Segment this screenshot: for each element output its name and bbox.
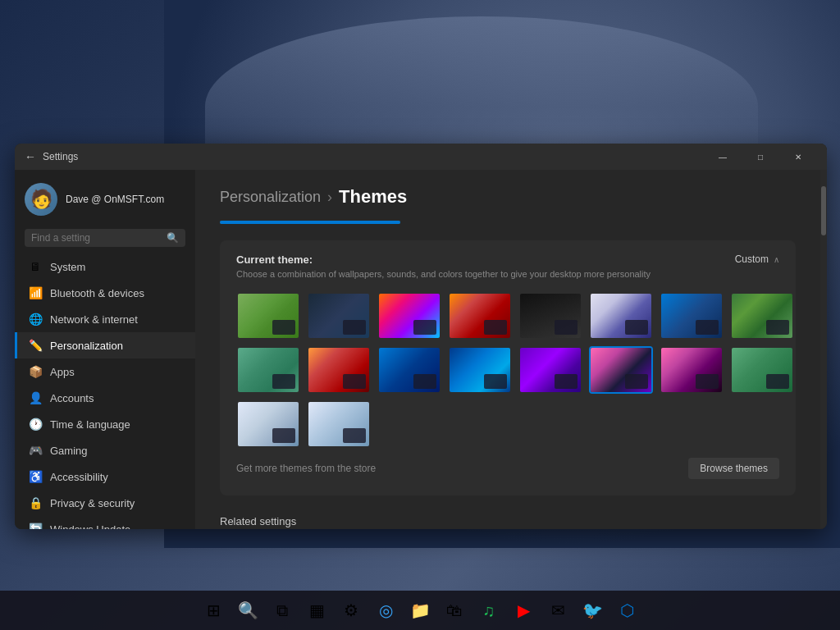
browse-themes-button[interactable]: Browse themes: [688, 458, 779, 479]
system-icon: 🖥: [29, 260, 42, 273]
theme-item-13[interactable]: [518, 346, 582, 394]
window-content: 🧑 Dave @ OnMSFT.com 🔍 🖥 System 📶 Bluetoo…: [15, 170, 827, 529]
window-controls: — □ ✕: [704, 144, 817, 170]
theme-item-5[interactable]: [518, 292, 582, 340]
nav-label-privacy: Privacy & security: [50, 497, 135, 509]
taskbar-spotify[interactable]: ♫: [473, 595, 504, 626]
progress-bar: [220, 221, 400, 224]
title-bar: ← Settings — □ ✕: [15, 144, 827, 170]
taskbar-search[interactable]: 🔍: [232, 595, 263, 626]
nav-label-accounts: Accounts: [50, 392, 94, 404]
nav-item-bluetooth[interactable]: 📶 Bluetooth & devices: [15, 280, 195, 306]
nav-label-accessibility: Accessibility: [50, 471, 108, 483]
breadcrumb-separator: ›: [327, 189, 332, 206]
taskbar-edge[interactable]: ◎: [370, 595, 401, 626]
gaming-icon: 🎮: [29, 444, 42, 457]
window-title: Settings: [43, 151, 704, 162]
taskbar-start[interactable]: ⊞: [198, 595, 229, 626]
theme-section-desc: Choose a combination of wallpapers, soun…: [236, 269, 651, 279]
taskbar-msft365[interactable]: ⬡: [611, 595, 642, 626]
taskbar: ⊞ 🔍 ⧉ ▦ ⚙ ◎ 📁 🛍 ♫ ▶ ✉ 🐦 ⬡: [0, 591, 840, 630]
scrollbar-thumb[interactable]: [821, 186, 826, 235]
theme-item-6[interactable]: [589, 292, 653, 340]
taskbar-twitter[interactable]: 🐦: [577, 595, 608, 626]
taskbar-settings-app[interactable]: ⚙: [336, 595, 367, 626]
breadcrumb: Personalization › Themes: [220, 186, 796, 208]
theme-item-16[interactable]: [730, 346, 794, 394]
theme-item-8[interactable]: [730, 292, 794, 340]
search-icon: 🔍: [167, 232, 179, 244]
taskbar-store[interactable]: 🛍: [439, 595, 470, 626]
accessibility-icon: ♿: [29, 470, 42, 483]
theme-item-17[interactable]: [236, 400, 300, 448]
nav-item-accessibility[interactable]: ♿ Accessibility: [15, 463, 195, 490]
current-theme-badge[interactable]: Custom ∧: [735, 253, 779, 265]
taskbar-widgets[interactable]: ▦: [301, 595, 332, 626]
sidebar: 🧑 Dave @ OnMSFT.com 🔍 🖥 System 📶 Bluetoo…: [15, 170, 195, 529]
nav-item-time[interactable]: 🕐 Time & language: [15, 411, 195, 437]
current-theme-label: Custom: [735, 253, 769, 265]
breadcrumb-current: Themes: [339, 186, 407, 208]
accounts-icon: 👤: [29, 391, 42, 404]
theme-section-title: Current theme:: [236, 253, 651, 266]
update-icon: 🔄: [29, 523, 42, 529]
nav-item-privacy[interactable]: 🔒 Privacy & security: [15, 490, 195, 516]
nav-label-bluetooth: Bluetooth & devices: [50, 287, 144, 299]
minimize-button[interactable]: —: [704, 144, 742, 170]
apps-icon: 📦: [29, 365, 42, 378]
nav-item-system[interactable]: 🖥 System: [15, 253, 195, 280]
theme-item-11[interactable]: [377, 346, 441, 394]
nav-item-gaming[interactable]: 🎮 Gaming: [15, 437, 195, 463]
privacy-icon: 🔒: [29, 496, 42, 509]
store-row: Get more themes from the store Browse th…: [236, 448, 779, 482]
bluetooth-icon: 📶: [29, 286, 42, 299]
theme-item-14[interactable]: [589, 346, 653, 394]
theme-item-10[interactable]: [307, 346, 371, 394]
nav-label-system: System: [50, 261, 85, 273]
theme-item-9[interactable]: [236, 346, 300, 394]
nav-item-network[interactable]: 🌐 Network & internet: [15, 306, 195, 332]
back-button[interactable]: ←: [25, 150, 36, 163]
search-box[interactable]: 🔍: [25, 229, 185, 247]
theme-item-18[interactable]: [307, 400, 371, 448]
nav-label-time: Time & language: [50, 418, 130, 431]
theme-item-3[interactable]: [377, 292, 441, 340]
main-content: Personalization › Themes Current theme: …: [195, 170, 820, 529]
theme-item-1[interactable]: [236, 292, 300, 340]
theme-section-info: Current theme: Choose a combination of w…: [236, 253, 651, 279]
nav-label-update: Windows Update: [50, 523, 130, 530]
personalization-icon: ✏️: [29, 339, 42, 352]
network-icon: 🌐: [29, 313, 42, 326]
progress-bar-container: [220, 221, 400, 224]
store-text: Get more themes from the store: [236, 463, 376, 474]
nav-label-personalization: Personalization: [50, 340, 123, 352]
nav-item-personalization[interactable]: ✏️ Personalization: [15, 332, 195, 358]
theme-item-4[interactable]: [448, 292, 512, 340]
theme-item-12[interactable]: [448, 346, 512, 394]
nav-label-network: Network & internet: [50, 313, 138, 326]
user-profile[interactable]: 🧑 Dave @ OnMSFT.com: [15, 176, 195, 229]
themes-grid: [236, 292, 779, 448]
scrollbar-track[interactable]: [820, 170, 827, 529]
search-input[interactable]: [31, 232, 162, 244]
time-icon: 🕐: [29, 418, 42, 431]
nav-label-apps: Apps: [50, 366, 75, 378]
taskbar-taskview[interactable]: ⧉: [267, 595, 298, 626]
taskbar-mail[interactable]: ✉: [542, 595, 573, 626]
taskbar-youtube[interactable]: ▶: [508, 595, 539, 626]
nav-item-apps[interactable]: 📦 Apps: [15, 358, 195, 385]
theme-item-15[interactable]: [660, 346, 724, 394]
breadcrumb-parent[interactable]: Personalization: [220, 189, 321, 206]
nav-label-gaming: Gaming: [50, 445, 88, 457]
theme-item-2[interactable]: [307, 292, 371, 340]
close-button[interactable]: ✕: [779, 144, 817, 170]
user-name: Dave @ OnMSFT.com: [66, 194, 164, 205]
theme-item-7[interactable]: [660, 292, 724, 340]
taskbar-files[interactable]: 📁: [404, 595, 436, 626]
nav-item-accounts[interactable]: 👤 Accounts: [15, 385, 195, 411]
nav-item-update[interactable]: 🔄 Windows Update: [15, 516, 195, 529]
chevron-up-icon: ∧: [774, 255, 779, 264]
avatar: 🧑: [25, 183, 57, 216]
maximize-button[interactable]: □: [742, 144, 779, 170]
theme-section-header: Current theme: Choose a combination of w…: [236, 253, 779, 279]
